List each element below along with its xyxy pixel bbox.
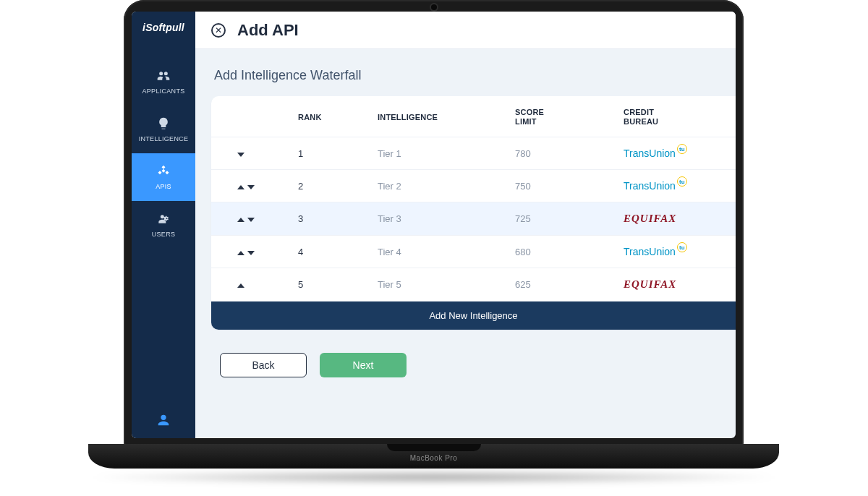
waterfall-card: RANK INTELLIGENCE SCORE LIMIT CREDIT BUR…	[211, 96, 736, 330]
cell-score-limit: 780	[508, 137, 616, 170]
col-rank: RANK	[291, 96, 370, 137]
content: Add Intelligence Waterfall RANK	[195, 49, 736, 438]
transunion-mark-icon: tu	[677, 242, 687, 252]
camera-dot	[431, 4, 437, 10]
move-up-icon[interactable]	[237, 251, 244, 255]
col-score-limit: SCORE LIMIT	[508, 96, 616, 137]
next-button[interactable]: Next	[320, 353, 407, 377]
screen: iSoftpull APPLICANTSINTELLIGENCEAPISUSER…	[132, 12, 736, 438]
move-down-icon[interactable]	[247, 185, 255, 189]
cell-intelligence: Tier 1	[370, 137, 508, 170]
laptop-deck: MacBook Pro	[88, 444, 779, 469]
cell-order	[211, 268, 291, 302]
cell-rank: 4	[291, 236, 370, 268]
move-up-icon[interactable]	[237, 185, 244, 189]
cell-order	[211, 202, 291, 236]
cell-order	[211, 170, 291, 202]
cell-intelligence: Tier 4	[370, 236, 508, 268]
device-brand: MacBook Pro	[410, 454, 458, 462]
sidebar-item-label: USERS	[152, 231, 176, 238]
cell-credit-bureau: TransUniontu	[616, 236, 736, 268]
cell-intelligence: Tier 2	[370, 170, 508, 202]
sidebar-item-users[interactable]: USERS	[132, 201, 195, 249]
sidebar-nav: APPLICANTSINTELLIGENCEAPISUSERS	[132, 58, 195, 249]
main: ✕ Add API Add Intelligence Waterfall	[195, 12, 736, 438]
sidebar-item-applicants[interactable]: APPLICANTS	[132, 58, 195, 106]
transunion-logo: TransUniontu	[624, 246, 687, 257]
bulb-icon	[156, 116, 171, 131]
equifax-logo: EQUIFAX	[624, 213, 676, 224]
equifax-logo: EQUIFAX	[624, 278, 676, 290]
back-button[interactable]: Back	[220, 353, 307, 377]
table-row: 4Tier 4680TransUniontu	[211, 236, 736, 268]
cell-credit-bureau: TransUniontu	[616, 170, 736, 202]
cell-score-limit: 625	[508, 268, 616, 302]
col-intelligence: INTELLIGENCE	[370, 96, 508, 137]
people-icon	[156, 69, 171, 83]
sidebar: iSoftpull APPLICANTSINTELLIGENCEAPISUSER…	[132, 12, 195, 438]
move-up-icon[interactable]	[237, 218, 244, 222]
transunion-mark-icon: tu	[677, 144, 687, 154]
cell-score-limit: 725	[508, 202, 616, 236]
sidebar-item-apis[interactable]: APIS	[132, 153, 195, 201]
transunion-logo: TransUniontu	[624, 147, 687, 159]
transunion-mark-icon: tu	[677, 176, 687, 187]
brand-logo: iSoftpull	[142, 22, 184, 33]
table-row: 5Tier 5625EQUIFAX	[211, 268, 736, 302]
trackpad-notch	[387, 444, 481, 451]
move-up-icon[interactable]	[237, 283, 244, 288]
table-row: 3Tier 3725EQUIFAX	[211, 202, 736, 236]
cell-credit-bureau: EQUIFAX	[616, 268, 736, 302]
sidebar-item-label: INTELLIGENCE	[139, 135, 189, 142]
gear-user-icon	[156, 212, 171, 226]
cell-intelligence: Tier 5	[370, 268, 508, 302]
move-down-icon[interactable]	[237, 153, 244, 157]
cell-order	[211, 137, 291, 170]
table-header-row: RANK INTELLIGENCE SCORE LIMIT CREDIT BUR…	[211, 96, 736, 137]
move-down-icon[interactable]	[247, 251, 255, 255]
waterfall-table: RANK INTELLIGENCE SCORE LIMIT CREDIT BUR…	[211, 96, 736, 302]
move-down-icon[interactable]	[247, 218, 255, 222]
cell-rank: 1	[291, 137, 370, 170]
table-row: 1Tier 1780TransUniontu	[211, 137, 736, 170]
cell-score-limit: 680	[508, 236, 616, 268]
profile-icon[interactable]	[156, 412, 171, 428]
cell-order	[211, 236, 291, 268]
table-row: 2Tier 2750TransUniontu	[211, 170, 736, 202]
wizard-actions: Back Next	[211, 330, 736, 377]
cell-score-limit: 750	[508, 170, 616, 202]
sidebar-item-label: APIS	[156, 183, 171, 190]
cell-intelligence: Tier 3	[370, 202, 508, 236]
sidebar-item-intelligence[interactable]: INTELLIGENCE	[132, 106, 195, 153]
diamond-icon	[156, 164, 171, 179]
section-title: Add Intelligence Waterfall	[214, 68, 736, 83]
cell-rank: 2	[291, 170, 370, 202]
cell-rank: 3	[291, 202, 370, 236]
add-intelligence-button[interactable]: Add New Intelligence	[211, 302, 736, 330]
cell-credit-bureau: TransUniontu	[616, 137, 736, 170]
drop-shadow	[83, 470, 785, 484]
col-credit-bureau: CREDIT BUREAU	[616, 96, 736, 137]
col-order	[211, 96, 291, 137]
close-icon[interactable]: ✕	[211, 23, 226, 38]
sidebar-item-label: APPLICANTS	[142, 87, 184, 95]
cell-credit-bureau: EQUIFAX	[616, 202, 736, 236]
page-header: ✕ Add API	[195, 12, 736, 49]
transunion-logo: TransUniontu	[624, 180, 687, 192]
laptop-lid: iSoftpull APPLICANTSINTELLIGENCEAPISUSER…	[124, 0, 744, 447]
cell-rank: 5	[291, 268, 370, 302]
page-title: Add API	[237, 21, 299, 40]
